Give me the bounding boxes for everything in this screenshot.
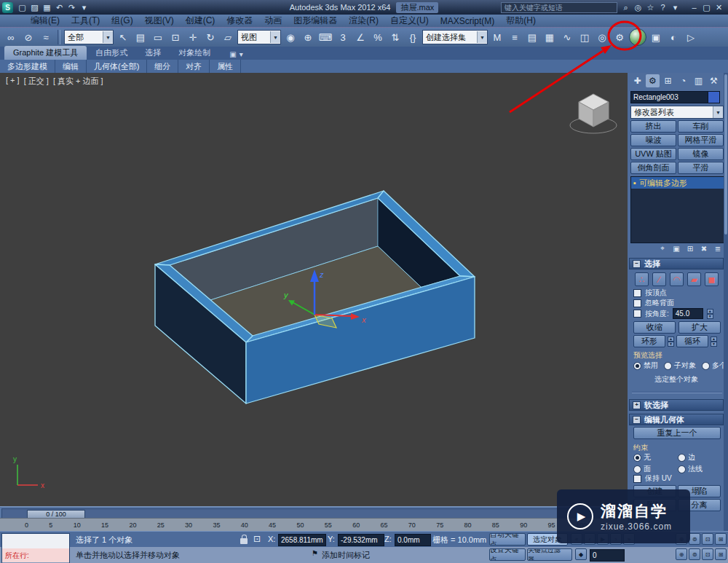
menu-item-7[interactable]: 图形编辑器 [288,15,343,27]
communication-center-icon[interactable]: ◎ [632,1,644,13]
select-manipulate-icon[interactable]: ⊕ [300,29,316,45]
rollout-edit-geometry-header[interactable]: − 编辑几何体 [629,414,724,425]
select-by-name-icon[interactable]: ▤ [132,29,149,45]
menu-item-9[interactable]: 自定义(U) [384,15,435,27]
zoom-icon[interactable]: ⊕ [676,548,687,560]
time-slider-track[interactable]: 0 / 100 [1,508,628,519]
viewcube[interactable] [570,94,617,133]
absolute-offset-toggle-icon[interactable]: ⊡ [253,534,261,544]
radio-icon[interactable] [678,454,686,462]
scrollbar-thumb[interactable] [724,74,727,235]
shrink-button[interactable]: 收缩 [633,321,676,334]
ribbon-panel-0[interactable]: 多边形建模 [0,60,55,73]
help-icon[interactable]: ? [657,1,669,13]
key-filters-button[interactable]: 关键点过滤器... [527,548,572,561]
percent-snap-icon[interactable]: % [370,29,386,45]
ribbon-panel-2[interactable]: 几何体(全部) [87,60,147,73]
ring-spinner[interactable]: ▲▼ [668,336,674,347]
viewport-menu-general[interactable]: [ + ] [6,76,20,87]
zoom-extents-icon[interactable]: ⊡ [702,548,713,560]
tab-utilities[interactable]: ⚒ [707,74,721,87]
tab-modify[interactable]: ⚙ [646,74,660,87]
radio-icon[interactable] [664,362,672,370]
by-angle-checkbox[interactable]: 按角度: 45.0 ▲▼ [633,308,713,319]
zoom-extents-all-icon[interactable]: ⊞ [715,533,727,545]
modifier-button-3[interactable]: 网格平滑 [678,134,724,146]
workspace-dropdown-icon[interactable]: ▾ [78,1,90,13]
rollout-selection-header[interactable]: − 选择 [629,258,724,269]
tab-create[interactable]: ✚ [630,74,644,87]
listener-row[interactable]: 所在行: [2,548,69,562]
edit-named-sets-icon[interactable]: {} [405,29,421,45]
modifier-button-1[interactable]: 车削 [678,120,724,133]
coord-z-field[interactable]: 0.0mm [395,534,431,546]
add-time-tag[interactable]: 添加时间标记 [322,550,370,561]
layer-manager-icon[interactable]: ▤ [524,29,540,45]
maxscript-mini-listener[interactable]: 所在行: [1,533,70,563]
panel-scrollbar[interactable] [724,73,728,531]
ribbon-dropdown-icon[interactable]: ▾ [240,50,243,58]
minimize-button[interactable]: – [688,1,700,13]
checkbox-icon[interactable] [633,289,641,297]
rendered-frame-window-icon[interactable]: ▣ [648,29,664,45]
configure-sets-icon[interactable]: ≣ [712,243,724,253]
collapse-icon[interactable]: − [633,416,641,424]
ribbon-panel-1[interactable]: 编辑 [55,60,87,73]
viewport[interactable]: [ + ] [ 正交 ] [ 真实 + 边面 ] y [0,73,628,506]
snap-3d-icon[interactable]: 3 [335,29,351,45]
checkbox-icon[interactable] [633,310,641,318]
set-key-button[interactable]: 设置关键点 [489,548,526,561]
menu-item-8[interactable]: 渲染(R) [343,15,384,27]
auto-key-button[interactable]: 自动关键点 [489,533,526,546]
select-scale-icon[interactable]: ▱ [220,29,236,45]
select-object-icon[interactable]: ↖ [115,29,131,45]
menu-item-2[interactable]: 组(G) [106,15,138,27]
checkbox-icon[interactable] [633,299,641,307]
menu-item-5[interactable]: 修改器 [221,15,258,27]
graphite-toggle-icon[interactable]: ▦ [542,29,558,45]
unlink-selection-icon[interactable]: ⊘ [20,29,36,45]
rollout-soft-selection-header[interactable]: + 软选择 [629,399,724,411]
polygon-mode-icon[interactable]: ▰ [687,272,701,286]
constraint-option-2[interactable]: 面 [633,464,676,474]
modifier-button-5[interactable]: 镜像 [678,148,724,160]
menu-item-1[interactable]: 工具(T) [66,15,106,27]
zoom-extents-all-icon[interactable]: ⊞ [715,548,727,560]
ribbon-panel-5[interactable]: 属性 [210,60,241,73]
make-unique-icon[interactable]: ⊞ [684,243,696,253]
selection-lock-icon[interactable] [240,538,248,544]
infocenter-search-input[interactable] [501,2,617,13]
material-editor-icon[interactable]: ◎ [594,29,610,45]
grow-button[interactable]: 扩大 [678,321,721,334]
collapse-icon[interactable]: − [633,260,641,268]
selection-filter-dropdown[interactable]: 全部 ▼ [64,30,114,44]
stack-item-0[interactable]: ▪可编辑多边形 [631,177,724,189]
angle-value-field[interactable]: 45.0 [673,308,703,319]
menu-item-3[interactable]: 视图(V) [139,15,180,27]
remove-modifier-icon[interactable]: ✖ [698,243,710,253]
ribbon-minimize-icon[interactable]: ▣ [229,50,236,58]
use-pivot-center-icon[interactable]: ◉ [282,29,298,45]
loop-spinner[interactable]: ▲▼ [711,336,717,347]
menu-item-4[interactable]: 创建(C) [180,15,221,27]
viewport-menu-view[interactable]: [ 正交 ] [24,76,49,87]
window-crossing-icon[interactable]: ⊡ [167,29,183,45]
app-logo[interactable]: S [2,2,13,13]
schematic-view-icon[interactable]: ◫ [577,29,593,45]
preview-option-1[interactable]: 子对象 [664,361,696,371]
keyboard-override-icon[interactable]: ⌨ [317,29,333,45]
listener-macro-row[interactable] [2,534,69,548]
object-name-field[interactable]: Rectangle003 [630,91,709,103]
modifier-button-0[interactable]: 挤出 [630,120,676,133]
loop-button[interactable]: 循环 [676,335,708,347]
new-scene-icon[interactable]: ▢ [16,1,28,13]
tab-motion[interactable]: ◔ [676,74,690,87]
modifier-button-2[interactable]: 噪波 [630,134,676,146]
coord-x-field[interactable]: 2658.811mm [278,534,326,546]
expand-icon[interactable]: + [633,401,641,409]
constraint-option-0[interactable]: 无 [633,452,676,462]
modifier-stack[interactable]: ▪可编辑多边形 [630,176,725,243]
edge-mode-icon[interactable]: ∕ [652,272,666,286]
select-move-icon[interactable]: ✛ [185,29,201,45]
repeat-last-button[interactable]: 重复上一个 [633,427,721,439]
